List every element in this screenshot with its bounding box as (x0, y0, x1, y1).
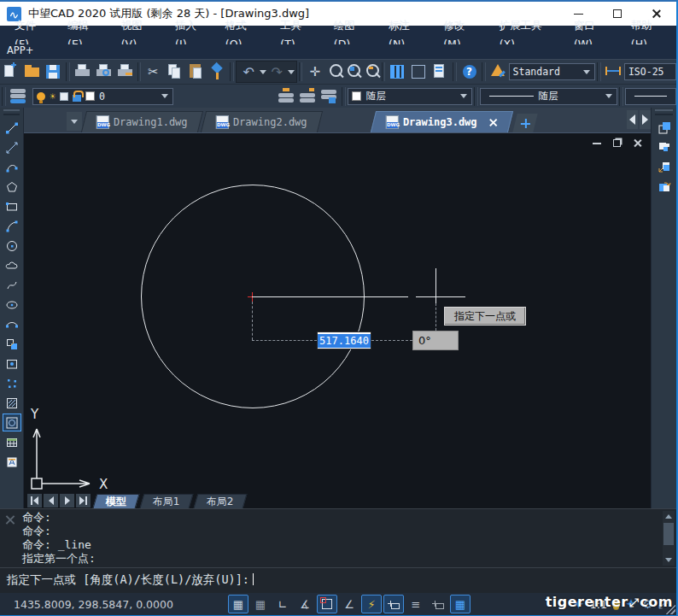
arc-icon[interactable] (3, 217, 21, 235)
paste-icon[interactable] (185, 62, 207, 82)
spline-icon[interactable] (3, 276, 21, 294)
scroll-up-icon[interactable] (663, 511, 675, 522)
plot-preview-icon[interactable] (93, 62, 114, 82)
table-icon[interactable] (3, 433, 21, 451)
command-prompt[interactable]: 指定下一点或 [角度(A)/长度(L)/放弃(U)]: (7, 572, 254, 588)
dim-style-combo[interactable]: ISO-25 (624, 63, 676, 80)
make-block-icon[interactable] (3, 355, 21, 373)
undo-dropdown-icon[interactable] (260, 70, 266, 74)
open-folder-icon[interactable] (21, 62, 43, 82)
snap-toggle[interactable] (250, 595, 271, 613)
scrollbar-thumb[interactable] (663, 523, 674, 545)
hatch-icon[interactable] (3, 394, 21, 412)
text-style-icon[interactable] (488, 62, 509, 82)
navigation-icon-2[interactable] (625, 595, 637, 613)
settings-gear-icon[interactable] (642, 597, 653, 611)
command-scrollbar[interactable] (663, 511, 675, 566)
dim-style-icon[interactable] (603, 62, 624, 82)
rotate-tool-icon[interactable] (655, 178, 674, 196)
polar-tracking-toggle[interactable] (295, 595, 315, 613)
layer-states-manager-icon[interactable] (297, 86, 319, 107)
line-icon[interactable] (3, 119, 21, 137)
insert-block-icon[interactable] (3, 335, 21, 353)
ellipse-arc-icon[interactable] (3, 315, 21, 333)
redo-dropdown-icon[interactable] (288, 70, 295, 74)
new-tab-button[interactable] (512, 114, 537, 132)
grid-toggle[interactable] (228, 595, 248, 613)
toolbar-grip[interactable] (3, 109, 20, 115)
lineweight-toggle[interactable] (406, 595, 426, 613)
publish-icon[interactable] (114, 62, 136, 82)
plot-icon[interactable] (72, 62, 93, 82)
tab-drawing1[interactable]: DWG Drawing1.dwg (81, 111, 203, 132)
point-icon[interactable] (3, 374, 21, 392)
layer-freeze-icon[interactable] (50, 91, 56, 103)
zoom-previous-icon[interactable] (362, 62, 380, 82)
linetype-combo[interactable]: 随层 (480, 88, 617, 105)
annotation-scale[interactable]: 1:1 (590, 598, 607, 611)
mdi-close-icon[interactable] (633, 138, 642, 148)
tab-model[interactable]: 模型 (93, 494, 140, 508)
layer-combo[interactable]: 0 (32, 88, 173, 105)
tab-close-icon[interactable] (488, 118, 498, 127)
command-history[interactable]: 命令: 命令: 命令: _line 指定第一个点: (22, 511, 654, 566)
layout-first-button[interactable] (27, 494, 42, 507)
redo-icon[interactable] (266, 62, 288, 82)
layer-manager-icon[interactable] (408, 62, 430, 82)
rectangle-icon[interactable] (3, 197, 21, 215)
dynamic-input-toggle[interactable] (383, 595, 404, 613)
navigation-icon[interactable] (573, 595, 585, 613)
object-snap-toggle[interactable] (317, 595, 337, 613)
command-close-icon[interactable] (4, 513, 16, 525)
tab-layout2[interactable]: 布局2 (193, 494, 247, 508)
tab-layout1[interactable]: 布局1 (140, 494, 194, 508)
object-tracking-toggle[interactable] (339, 595, 359, 613)
copy-icon[interactable] (164, 62, 185, 82)
layout-last-button[interactable] (76, 494, 91, 507)
tab-drawing3-active[interactable]: DWG Drawing3.dwg (371, 111, 513, 132)
polyline-icon[interactable] (3, 158, 21, 176)
layer-states-icon[interactable] (430, 62, 451, 82)
layer-lock-icon[interactable] (73, 95, 81, 102)
copy-tool-icon[interactable] (655, 119, 674, 137)
format-painter-icon[interactable] (207, 62, 228, 82)
tab-scroll-left-button[interactable] (627, 110, 638, 129)
layout-next-button[interactable] (60, 494, 74, 507)
mdi-restore-icon[interactable] (613, 139, 621, 147)
mdi-minimize-icon[interactable] (593, 143, 601, 144)
dynamic-input-field[interactable]: 517.1640 (317, 331, 371, 349)
tab-scroll-right-button[interactable] (640, 110, 651, 129)
construction-line-icon[interactable] (3, 138, 21, 156)
drawing-canvas[interactable]: 指定下一点或 517.1640 0° Y X (24, 132, 652, 508)
fullscreen-icon[interactable] (658, 597, 668, 612)
color-combo[interactable]: 随层 (348, 88, 472, 105)
workspace-toggle[interactable] (450, 595, 471, 613)
region-icon[interactable] (3, 414, 21, 431)
tab-overflow-button[interactable] (67, 112, 82, 131)
text-style-combo[interactable]: Standard (509, 63, 596, 80)
scroll-down-icon[interactable] (663, 554, 675, 566)
menu-app-plus[interactable]: APP+ (0, 44, 676, 59)
new-file-icon[interactable] (0, 62, 21, 82)
dynamic-ucs-toggle[interactable] (361, 595, 382, 613)
layer-isolate-icon[interactable] (319, 86, 340, 107)
toolbar-grip[interactable] (655, 109, 673, 115)
ortho-toggle[interactable] (272, 595, 293, 613)
ellipse-icon[interactable] (3, 296, 21, 314)
tab-drawing2[interactable]: DWG Drawing2.dwg (201, 111, 323, 132)
polygon-icon[interactable] (3, 178, 21, 196)
pan-icon[interactable] (304, 62, 325, 82)
circle-icon[interactable] (3, 237, 21, 255)
help-icon[interactable] (459, 62, 480, 82)
layer-properties-manager-icon[interactable] (8, 86, 29, 107)
isolate-bulb-icon[interactable] (612, 601, 620, 608)
zoom-realtime-icon[interactable] (325, 62, 343, 82)
zoom-window-icon[interactable] (343, 62, 361, 82)
revision-cloud-icon[interactable] (3, 256, 21, 274)
offset-tool-icon[interactable] (655, 158, 674, 176)
cut-icon[interactable] (143, 62, 164, 82)
lineweight-combo[interactable] (625, 88, 676, 105)
save-icon[interactable] (43, 62, 64, 82)
undo-icon[interactable] (238, 62, 260, 82)
layout-prev-button[interactable] (44, 494, 58, 507)
